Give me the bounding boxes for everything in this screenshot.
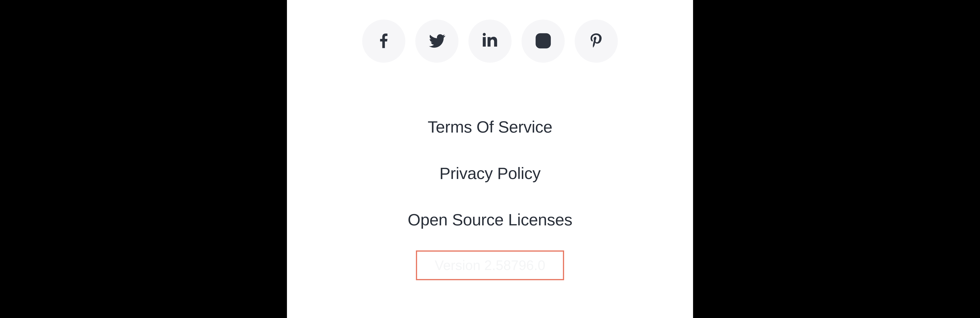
footer-panel: Terms Of Service Privacy Policy Open Sou…	[287, 0, 693, 318]
twitter-icon	[427, 31, 447, 51]
version-highlight-box: Version 2.58796.0	[416, 250, 564, 280]
linkedin-icon	[482, 32, 498, 50]
privacy-policy-link[interactable]: Privacy Policy	[439, 164, 541, 183]
version-label: Version 2.58796.0	[435, 258, 545, 273]
facebook-icon	[375, 32, 393, 50]
social-icons-row	[362, 20, 618, 63]
instagram-icon	[534, 32, 552, 51]
terms-of-service-link[interactable]: Terms Of Service	[428, 117, 552, 136]
footer-links-section: Terms Of Service Privacy Policy Open Sou…	[408, 117, 572, 229]
pinterest-icon	[587, 32, 605, 50]
open-source-licenses-link[interactable]: Open Source Licenses	[408, 210, 572, 229]
pinterest-link[interactable]	[575, 20, 618, 63]
facebook-link[interactable]	[362, 20, 405, 63]
twitter-link[interactable]	[415, 20, 458, 63]
instagram-link[interactable]	[522, 20, 565, 63]
linkedin-link[interactable]	[468, 20, 512, 63]
svg-point-2	[546, 36, 548, 37]
svg-point-1	[540, 38, 546, 44]
